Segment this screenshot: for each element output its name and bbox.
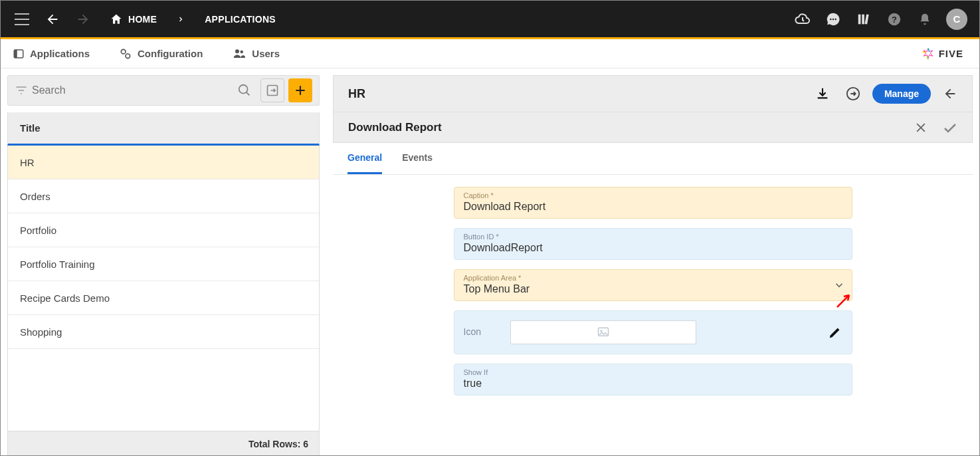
list-footer: Total Rows: 6 <box>8 431 319 456</box>
hamburger-icon[interactable] <box>13 10 31 29</box>
list-item-label: Shopping <box>20 326 62 338</box>
import-icon[interactable] <box>260 78 284 102</box>
plus-icon <box>294 84 307 97</box>
apptab-configuration[interactable]: Configuration <box>119 47 203 60</box>
window-icon <box>13 48 25 60</box>
field-label: Button ID * <box>464 233 842 241</box>
tab-label: General <box>347 152 382 163</box>
deploy-icon[interactable] <box>842 82 864 105</box>
field-label: Application Area * <box>464 274 842 282</box>
field-value: DownloadReport <box>464 242 842 254</box>
home-icon <box>110 13 123 26</box>
svg-point-2 <box>834 18 836 19</box>
apptab-applications[interactable]: Applications <box>13 48 90 60</box>
chat-icon[interactable] <box>824 10 842 29</box>
field-label: Caption * <box>464 191 842 199</box>
form-area: Caption * Download Report Button ID * Do… <box>333 187 973 396</box>
tab-label: Events <box>402 152 433 163</box>
list-item[interactable]: Portfolio <box>8 213 319 247</box>
close-icon[interactable] <box>910 116 932 139</box>
image-placeholder-icon <box>596 326 611 338</box>
apptab-label: Applications <box>30 48 90 59</box>
apptab-users[interactable]: Users <box>232 48 280 60</box>
svg-point-11 <box>126 54 130 58</box>
title-header-label: Title <box>20 122 41 134</box>
svg-point-1 <box>833 18 834 19</box>
add-button[interactable] <box>288 78 312 102</box>
breadcrumb-home[interactable]: HOME <box>110 13 157 26</box>
icon-preview[interactable] <box>510 320 696 344</box>
svg-point-18 <box>600 330 602 332</box>
apptab-label: Users <box>252 48 280 59</box>
confirm-icon[interactable] <box>939 116 961 139</box>
main-layout: Title HR Orders Portfolio Portfolio Trai… <box>1 68 979 456</box>
field-button-id[interactable]: Button ID * DownloadReport <box>454 228 852 260</box>
left-panel: Title HR Orders Portfolio Portfolio Trai… <box>1 68 326 456</box>
field-caption[interactable]: Caption * Download Report <box>454 187 852 219</box>
cloud-sync-icon[interactable] <box>793 10 812 29</box>
list-title-header[interactable]: Title <box>7 112 320 146</box>
list-item[interactable]: HR <box>8 146 319 179</box>
svg-rect-9 <box>14 50 17 58</box>
manage-button[interactable]: Manage <box>872 84 931 104</box>
apptab-label: Configuration <box>138 48 203 59</box>
svg-point-12 <box>235 49 239 53</box>
search-row <box>7 75 320 106</box>
right-panel: HR Manage Download Report <box>326 68 979 456</box>
svg-point-13 <box>241 50 244 53</box>
svg-point-0 <box>830 18 831 19</box>
five-star-icon <box>922 47 935 60</box>
detail-actions: Manage <box>811 82 961 105</box>
search-icon[interactable] <box>233 78 256 102</box>
brand-text: FIVE <box>939 48 963 59</box>
edit-icon[interactable] <box>828 325 842 340</box>
bell-icon[interactable] <box>916 10 934 29</box>
svg-point-14 <box>239 85 248 94</box>
chevron-down-icon[interactable] <box>833 279 845 291</box>
field-show-if[interactable]: Show If true <box>454 364 852 396</box>
field-value: true <box>464 378 842 390</box>
download-icon[interactable] <box>811 82 834 105</box>
svg-text:?: ? <box>892 14 897 24</box>
forward-icon <box>74 10 92 29</box>
svg-point-10 <box>121 49 126 54</box>
detail-header: HR Manage <box>333 75 973 112</box>
avatar[interactable]: C <box>946 9 967 30</box>
app-tabs: Applications Configuration Users FIVE <box>1 39 979 68</box>
list-item[interactable]: Orders <box>8 179 319 213</box>
back-icon[interactable] <box>43 10 62 29</box>
list-item-label: Portfolio Training <box>20 259 95 270</box>
avatar-initial: C <box>953 13 961 25</box>
search-input[interactable] <box>32 84 229 96</box>
list-item-label: HR <box>20 157 35 168</box>
users-icon <box>232 48 246 60</box>
panel-back-icon[interactable] <box>939 82 961 105</box>
list-item[interactable]: Shopping <box>8 315 319 349</box>
tab-events[interactable]: Events <box>402 143 433 174</box>
chevron-right-icon <box>177 15 185 23</box>
list-footer-label: Total Rows: 6 <box>248 439 308 449</box>
library-icon[interactable] <box>854 10 873 29</box>
svg-rect-3 <box>858 14 861 24</box>
breadcrumb-applications[interactable]: APPLICATIONS <box>205 14 276 25</box>
svg-rect-4 <box>862 14 864 24</box>
sub-title: Download Report <box>348 121 910 134</box>
list-item-label: Recipe Cards Demo <box>20 292 110 304</box>
list-item[interactable]: Portfolio Training <box>8 247 319 281</box>
field-application-area[interactable]: Application Area * Top Menu Bar <box>454 269 852 301</box>
app-list: HR Orders Portfolio Portfolio Training R… <box>7 146 320 456</box>
list-items: HR Orders Portfolio Portfolio Training R… <box>8 146 319 431</box>
filter-icon[interactable] <box>15 84 28 97</box>
tab-general[interactable]: General <box>347 143 382 174</box>
gears-icon <box>119 47 132 60</box>
home-label: HOME <box>128 14 157 25</box>
list-item-label: Orders <box>20 191 50 202</box>
sub-header: Download Report <box>333 112 973 143</box>
field-value: Top Menu Bar <box>464 283 842 295</box>
appbar-right: ? C <box>793 9 967 30</box>
help-icon[interactable]: ? <box>885 10 904 29</box>
list-item[interactable]: Recipe Cards Demo <box>8 281 319 315</box>
appbar-left: HOME APPLICATIONS <box>13 10 276 29</box>
manage-label: Manage <box>884 88 919 99</box>
field-label: Show If <box>464 368 842 376</box>
